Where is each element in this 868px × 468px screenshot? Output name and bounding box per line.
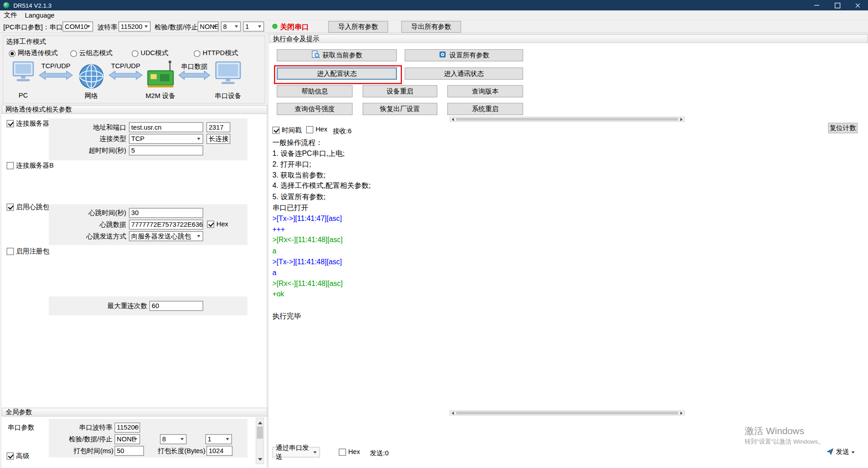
conn-type-select[interactable]: TCP <box>129 134 203 144</box>
minimize-button[interactable] <box>807 0 827 10</box>
baud-select[interactable]: 115200 <box>118 22 151 32</box>
scrollbar-thumb[interactable] <box>257 426 263 439</box>
scrollbar-thumb[interactable] <box>456 412 678 414</box>
heartbeat-send-select[interactable]: 向服务器发送心跳包 <box>129 231 203 241</box>
address-port-label: 地址和端口 <box>71 123 126 132</box>
heartbeat-checkbox[interactable]: 启用心跳包 <box>7 202 49 212</box>
close-icon <box>855 3 860 8</box>
help-button[interactable]: 帮助信息 <box>277 85 353 98</box>
send-button[interactable]: 发送 <box>826 447 861 457</box>
set-params-button[interactable]: 设置所有参数 <box>405 49 523 61</box>
scroll-down-arrow[interactable] <box>256 455 264 463</box>
parity-data-stop-label: 检验/数据/停止 <box>155 23 198 32</box>
reset-count-button[interactable]: 复位计数 <box>828 123 858 133</box>
packtime-input[interactable]: 50 <box>114 446 144 456</box>
advanced-checkbox[interactable]: 高级 <box>7 451 29 461</box>
radio-icon <box>132 50 138 57</box>
close-button[interactable] <box>848 0 868 10</box>
serial-device-label: 串口设备 <box>212 91 244 101</box>
enter-config-button[interactable]: 进入配置状态 <box>277 67 397 80</box>
scroll-right-arrow[interactable] <box>679 117 684 122</box>
timestamp-checkbox[interactable]: 时间戳 <box>272 126 302 135</box>
scroll-up-arrow[interactable] <box>256 418 264 426</box>
magnifier-doc-icon <box>311 50 320 60</box>
reconnect-label: 最大重连次数 <box>89 301 147 310</box>
scroll-left-arrow[interactable] <box>450 117 455 122</box>
log-line: 串口已打开 <box>272 202 859 213</box>
server-b-checkbox[interactable]: 连接服务器B <box>7 161 54 170</box>
scrollbar-track[interactable] <box>455 411 679 415</box>
left-vertical-scrollbar[interactable] <box>256 417 264 464</box>
device-reboot-button[interactable]: 设备重启 <box>363 85 437 98</box>
recv-count-label: 接收:6 <box>333 126 352 136</box>
scrollbar-thumb[interactable] <box>456 118 678 121</box>
chevron-down-icon <box>224 138 227 142</box>
link2-label: TCP/UDP <box>108 62 143 70</box>
query-signal-button[interactable]: 查询信号强度 <box>277 103 353 115</box>
reconnect-input[interactable]: 60 <box>150 301 203 311</box>
enter-comm-button[interactable]: 进入通讯状态 <box>405 67 523 80</box>
serial-stopbits-select[interactable]: 1 <box>205 434 232 444</box>
maximize-icon <box>835 3 840 8</box>
serial-baud-select[interactable]: 115200 <box>114 423 140 433</box>
export-params-button[interactable]: 导出所有参数 <box>401 21 461 33</box>
m2m-device-icon <box>145 60 176 91</box>
scrollbar-track[interactable] <box>455 117 679 122</box>
send-via-serial-dropdown[interactable]: 通过串口发送 <box>272 447 320 457</box>
server-a-checkbox[interactable]: 连接服务器A <box>7 119 54 128</box>
log-line: a <box>272 267 859 278</box>
stopbits-select[interactable]: 1 <box>243 22 264 32</box>
send-icon <box>826 448 834 457</box>
import-params-button[interactable]: 导入所有参数 <box>328 21 388 33</box>
query-version-button[interactable]: 查询版本 <box>447 85 523 98</box>
get-params-button[interactable]: 获取当前参数 <box>277 49 397 61</box>
radio-mode-transparent[interactable]: 网络透传模式 <box>9 49 58 58</box>
factory-reset-button[interactable]: 恢复出厂设置 <box>363 103 437 115</box>
chevron-down-icon <box>226 438 229 442</box>
register-checkbox[interactable]: 启用注册包 <box>7 247 49 256</box>
chevron-down-icon <box>134 438 137 442</box>
databits-select[interactable]: 8 <box>221 22 241 32</box>
maximize-button[interactable] <box>827 0 847 10</box>
scrollbar-track[interactable] <box>256 426 264 455</box>
hex-recv-checkbox[interactable]: Hex <box>306 126 327 133</box>
radio-mode-udc[interactable]: UDC模式 <box>132 49 168 58</box>
scroll-left-arrow[interactable] <box>450 411 455 415</box>
log-output[interactable]: 一般操作流程： 1. 设备连PC串口,上电; 2. 打开串口; 3. 获取当前参… <box>272 137 859 406</box>
heartbeat-send-label: 心跳发送方式 <box>71 232 126 241</box>
parity-select[interactable]: NONE <box>198 22 219 32</box>
serial-databits-select[interactable]: 8 <box>160 434 187 444</box>
chevron-down-icon <box>851 451 854 455</box>
system-reboot-button[interactable]: 系统重启 <box>447 103 523 115</box>
settings-icon <box>439 50 447 60</box>
scroll-right-arrow[interactable] <box>679 411 684 415</box>
server-a-port-input[interactable]: 2317 <box>207 122 231 132</box>
hex-heartbeat-checkbox[interactable]: Hex <box>207 220 228 228</box>
serial-arrow-icon <box>178 70 210 82</box>
menu-file[interactable]: 文件 <box>0 10 21 20</box>
log-line: +++ <box>272 224 859 235</box>
timeout-input[interactable]: 5 <box>129 145 203 155</box>
log-line: 2. 打开串口; <box>272 159 859 170</box>
hex-send-checkbox[interactable]: Hex <box>339 448 360 456</box>
tcp-arrow-icon <box>39 70 73 82</box>
menu-language[interactable]: Language <box>21 11 59 19</box>
heartbeat-data-input[interactable]: 7777772E7573722E636E <box>129 220 203 229</box>
chevron-down-icon <box>180 438 184 442</box>
heartbeat-time-input[interactable]: 30 <box>129 208 203 218</box>
radio-mode-cloud[interactable]: 云组态模式 <box>71 49 113 58</box>
serial-device-icon <box>214 61 242 88</box>
serial-parity-select[interactable]: NONE <box>114 434 140 444</box>
log-top-scrollbar[interactable] <box>449 117 684 122</box>
conn-mode-select[interactable]: 长连接 <box>207 134 231 144</box>
server-a-address-input[interactable]: test.usr.cn <box>129 122 203 132</box>
log-bottom-scrollbar[interactable] <box>449 411 684 416</box>
close-port-button[interactable]: 关闭串口 <box>280 22 309 32</box>
com-port-select[interactable]: COM10 <box>62 22 93 32</box>
log-line: >[Rx<-][11:41:48][asc] <box>272 235 859 246</box>
radio-mode-httpd[interactable]: HTTPD模式 <box>194 49 238 58</box>
log-line: +ok <box>272 289 859 300</box>
com-port-label: [PC串口参数]：串口号 <box>3 23 69 32</box>
packlen-input[interactable]: 1024 <box>207 446 233 456</box>
pc-icon <box>11 61 35 86</box>
